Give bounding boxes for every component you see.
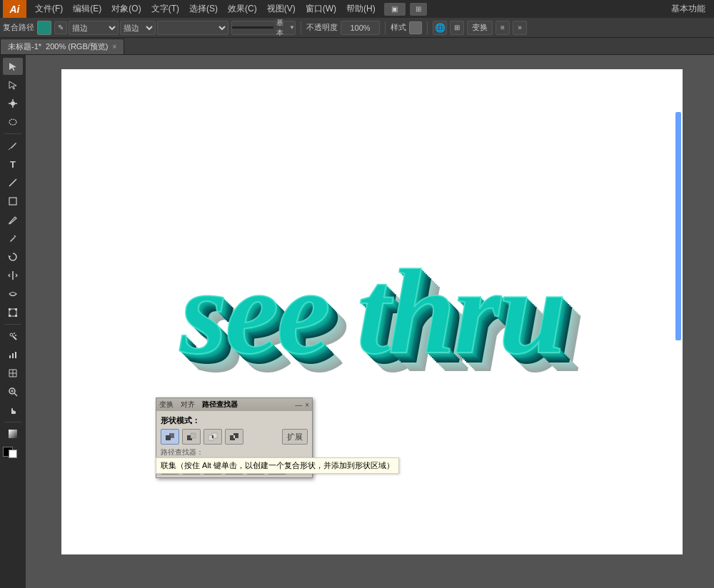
stroke-select[interactable]: 描边	[69, 21, 119, 35]
document-tab[interactable]: 未标题-1* 200% (RGB/预览) ×	[0, 39, 124, 54]
globe-icon[interactable]: 🌐	[433, 21, 447, 35]
tool-symbol-sprayer[interactable]	[3, 328, 23, 345]
basic-label: 基本	[276, 18, 288, 38]
menu-object[interactable]: 对象(O)	[107, 1, 145, 16]
tool-sep-1	[4, 133, 21, 134]
tool-rotate[interactable]	[3, 248, 23, 265]
tool-direct-selection[interactable]	[3, 76, 23, 93]
svg-rect-13	[15, 308, 17, 310]
svg-rect-33	[9, 430, 17, 438]
fill-swatch[interactable]	[37, 21, 51, 35]
align-icon[interactable]: ≡	[496, 21, 510, 35]
tool-column-graph[interactable]	[3, 346, 23, 363]
screen-mode-icon[interactable]: ▣	[384, 3, 406, 16]
shape-minus-btn[interactable]	[182, 429, 201, 445]
text-art-container: see thru see thru see thru	[180, 243, 564, 382]
tooltip: 联集（按住 Alt 键单击，以创建一个复合形状，并添加到形状区域）	[156, 457, 399, 474]
menu-file[interactable]: 文件(F)	[31, 1, 67, 16]
color-swatches	[3, 447, 23, 457]
tool-brush[interactable]	[3, 211, 23, 228]
svg-rect-15	[15, 315, 17, 317]
canvas-area: see thru see thru see thru 变换 对齐 路径查找器	[26, 55, 714, 588]
panel-tab-align[interactable]: 对齐	[181, 400, 195, 410]
divider-3	[427, 21, 428, 34]
tool-mirror[interactable]	[3, 267, 23, 284]
tooltip-text: 联集（按住 Alt 键单击，以创建一个复合形状，并添加到形状区域）	[161, 461, 394, 470]
shape-intersect-btn[interactable]	[203, 429, 222, 445]
ai-logo: Ai	[3, 0, 26, 18]
panel-title-tabs: 变换 对齐 路径查找器	[159, 400, 238, 410]
toolbar: 复合路径 ✎ 描边 描边 基本 ▼ 不透明度 样式 🌐 ⊞ 变换 ≡ »	[0, 18, 714, 38]
style-swatch[interactable]	[409, 21, 422, 34]
panel-tab-transform[interactable]: 变换	[159, 400, 174, 410]
svg-line-17	[13, 336, 16, 340]
more-icon[interactable]: »	[513, 21, 527, 35]
tool-zoom[interactable]	[3, 383, 23, 400]
stroke-width-select[interactable]: 描边	[120, 21, 156, 35]
svg-point-18	[14, 333, 15, 334]
grid-icon[interactable]: ⊞	[450, 21, 464, 35]
bridge-icon[interactable]: ⊞	[410, 3, 427, 16]
svg-line-30	[14, 393, 17, 396]
canvas-content: see thru see thru see thru	[61, 69, 683, 554]
tab-close-btn[interactable]: ×	[112, 43, 116, 51]
svg-rect-8	[9, 198, 16, 205]
shape-exclude-btn[interactable]	[225, 429, 243, 445]
shape-unite-btn[interactable]	[161, 429, 179, 445]
stroke-icon[interactable]: ✎	[54, 21, 67, 34]
stroke-preview: 基本 ▼	[231, 21, 296, 35]
panel-close-btn[interactable]: ×	[305, 401, 309, 409]
tool-warp[interactable]	[3, 285, 23, 303]
expand-btn[interactable]: 扩展	[282, 429, 308, 445]
tab-info: 200% (RGB/预览)	[46, 41, 108, 52]
panel-tab-pathfinder[interactable]: 路径查找器	[202, 400, 238, 410]
svg-rect-40	[212, 435, 213, 438]
menu-window[interactable]: 窗口(W)	[301, 1, 341, 16]
tool-mesh[interactable]	[3, 365, 23, 382]
transform-btn[interactable]: 变换	[467, 21, 493, 35]
panel-titlebar[interactable]: 变换 对齐 路径查找器 — ×	[156, 398, 312, 411]
canvas-white-bg: see thru see thru see thru	[61, 69, 683, 554]
svg-line-9	[14, 235, 16, 237]
svg-point-19	[15, 335, 16, 336]
menu-bar: Ai 文件(F) 编辑(E) 对象(O) 文字(T) 选择(S) 效果(C) 视…	[0, 0, 714, 18]
tool-pen[interactable]	[3, 137, 23, 154]
stroke-color[interactable]	[9, 450, 17, 458]
menu-effect[interactable]: 效果(C)	[223, 1, 261, 16]
svg-point-4	[11, 101, 15, 106]
tool-hand[interactable]	[3, 402, 23, 419]
tool-pencil[interactable]	[3, 230, 23, 247]
opacity-label: 不透明度	[306, 22, 338, 33]
opacity-input[interactable]	[341, 21, 380, 35]
tab-title: 未标题-1*	[8, 41, 41, 52]
svg-line-7	[9, 179, 16, 186]
panel-controls: — ×	[295, 401, 309, 409]
divider-1	[301, 21, 301, 34]
tool-lasso[interactable]	[3, 113, 23, 131]
menu-select[interactable]: 选择(S)	[185, 1, 222, 16]
tool-magic-wand[interactable]	[3, 95, 23, 112]
stroke-style-select[interactable]	[157, 21, 228, 35]
menu-view[interactable]: 视图(V)	[263, 1, 300, 16]
menu-help[interactable]: 帮助(H)	[342, 1, 380, 16]
menu-edit[interactable]: 编辑(E)	[69, 1, 106, 16]
style-label: 样式	[391, 22, 406, 33]
tool-selection[interactable]	[3, 58, 23, 75]
svg-rect-21	[12, 353, 14, 358]
svg-point-5	[9, 119, 16, 125]
svg-rect-43	[233, 435, 235, 438]
shape-mode-buttons: 扩展	[161, 429, 308, 445]
tab-bar: 未标题-1* 200% (RGB/预览) ×	[0, 38, 714, 55]
tool-line[interactable]	[3, 174, 23, 191]
tool-type[interactable]: T	[3, 156, 23, 173]
panel-collapse-btn[interactable]: —	[295, 401, 302, 409]
tool-sep-2	[4, 324, 21, 325]
svg-line-6	[9, 148, 10, 150]
svg-point-16	[10, 333, 13, 336]
svg-rect-14	[9, 315, 11, 317]
menu-text[interactable]: 文字(T)	[147, 1, 183, 16]
tool-free-transform[interactable]	[3, 304, 23, 321]
tool-rect[interactable]	[3, 193, 23, 210]
tool-gradient[interactable]	[3, 425, 23, 442]
selection-highlight	[675, 112, 681, 340]
